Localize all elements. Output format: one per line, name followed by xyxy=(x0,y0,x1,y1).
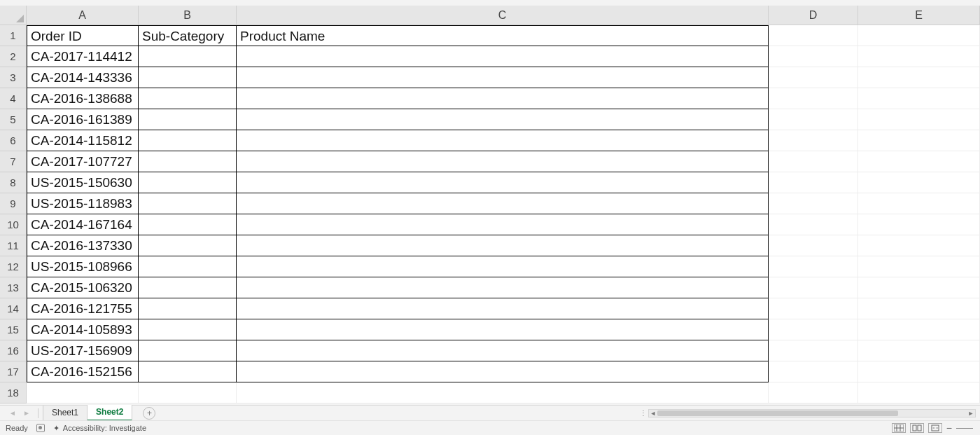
cell-D15[interactable] xyxy=(769,319,858,340)
cell-C13[interactable] xyxy=(237,277,769,298)
cell-D9[interactable] xyxy=(769,193,858,214)
cell-C16[interactable] xyxy=(237,340,769,361)
cell-A6[interactable]: CA-2014-115812 xyxy=(27,130,139,151)
cell-A11[interactable]: CA-2016-137330 xyxy=(27,235,139,256)
select-all-corner[interactable] xyxy=(0,6,27,25)
cell-C17[interactable] xyxy=(237,361,769,382)
cell-B13[interactable] xyxy=(139,277,237,298)
cell-C1[interactable]: Product Name xyxy=(237,25,769,46)
cell-D10[interactable] xyxy=(769,214,858,235)
row-header-14[interactable]: 14 xyxy=(0,298,27,319)
cell-C5[interactable] xyxy=(237,109,769,130)
column-header-E[interactable]: E xyxy=(858,6,980,25)
cell-A5[interactable]: CA-2016-161389 xyxy=(27,109,139,130)
macro-recording-button[interactable] xyxy=(36,424,45,432)
cell-B8[interactable] xyxy=(139,172,237,193)
cell-A2[interactable]: CA-2017-114412 xyxy=(27,46,139,67)
normal-view-button[interactable] xyxy=(892,423,906,433)
cell-D11[interactable] xyxy=(769,235,858,256)
tab-split-handle-icon[interactable]: ⋮ xyxy=(640,410,644,417)
cell-E16[interactable] xyxy=(858,340,980,361)
cell-E5[interactable] xyxy=(858,109,980,130)
cell-A14[interactable]: CA-2016-121755 xyxy=(27,298,139,319)
cell-B10[interactable] xyxy=(139,214,237,235)
add-sheet-button[interactable]: + xyxy=(143,407,155,420)
row-header-2[interactable]: 2 xyxy=(0,46,27,67)
cell-A15[interactable]: CA-2014-105893 xyxy=(27,319,139,340)
cell-C2[interactable] xyxy=(237,46,769,67)
cell-C3[interactable] xyxy=(237,67,769,88)
row-header-1[interactable]: 1 xyxy=(0,25,27,46)
cell-E3[interactable] xyxy=(858,67,980,88)
cell-B7[interactable] xyxy=(139,151,237,172)
cell-A4[interactable]: CA-2016-138688 xyxy=(27,88,139,109)
scrollbar-thumb[interactable] xyxy=(657,410,898,416)
cell-C14[interactable] xyxy=(237,298,769,319)
cell-D4[interactable] xyxy=(769,88,858,109)
cell-D18[interactable] xyxy=(769,382,858,403)
cell-E13[interactable] xyxy=(858,277,980,298)
cell-C7[interactable] xyxy=(237,151,769,172)
cell-E9[interactable] xyxy=(858,193,980,214)
row-header-18[interactable]: 18 xyxy=(0,382,27,403)
cell-D8[interactable] xyxy=(769,172,858,193)
cell-E4[interactable] xyxy=(858,88,980,109)
row-header-16[interactable]: 16 xyxy=(0,340,27,361)
cell-D16[interactable] xyxy=(769,340,858,361)
sheet-tab-sheet2[interactable]: Sheet2 xyxy=(87,405,132,421)
cell-D14[interactable] xyxy=(769,298,858,319)
row-header-5[interactable]: 5 xyxy=(0,109,27,130)
row-header-4[interactable]: 4 xyxy=(0,88,27,109)
row-header-3[interactable]: 3 xyxy=(0,67,27,88)
cell-E18[interactable] xyxy=(858,382,980,403)
row-header-6[interactable]: 6 xyxy=(0,130,27,151)
row-header-15[interactable]: 15 xyxy=(0,319,27,340)
row-header-11[interactable]: 11 xyxy=(0,235,27,256)
column-header-B[interactable]: B xyxy=(139,6,237,25)
cell-B4[interactable] xyxy=(139,88,237,109)
cell-A10[interactable]: CA-2014-167164 xyxy=(27,214,139,235)
row-header-9[interactable]: 9 xyxy=(0,193,27,214)
cell-A8[interactable]: US-2015-150630 xyxy=(27,172,139,193)
cell-B5[interactable] xyxy=(139,109,237,130)
row-header-13[interactable]: 13 xyxy=(0,277,27,298)
cell-D13[interactable] xyxy=(769,277,858,298)
cell-E8[interactable] xyxy=(858,172,980,193)
cell-B3[interactable] xyxy=(139,67,237,88)
tab-scroll-right-icon[interactable]: ► xyxy=(22,408,31,418)
page-break-view-button[interactable] xyxy=(928,423,942,433)
cell-D3[interactable] xyxy=(769,67,858,88)
cell-B2[interactable] xyxy=(139,46,237,67)
cell-D2[interactable] xyxy=(769,46,858,67)
cell-C12[interactable] xyxy=(237,256,769,277)
row-header-7[interactable]: 7 xyxy=(0,151,27,172)
sheet-tab-sheet1[interactable]: Sheet1 xyxy=(43,406,88,421)
cell-E14[interactable] xyxy=(858,298,980,319)
cell-A9[interactable]: US-2015-118983 xyxy=(27,193,139,214)
cell-A16[interactable]: US-2017-156909 xyxy=(27,340,139,361)
column-header-A[interactable]: A xyxy=(27,6,139,25)
horizontal-scrollbar[interactable]: ⋮ ◄ ► xyxy=(640,406,976,420)
row-header-17[interactable]: 17 xyxy=(0,361,27,382)
cell-D5[interactable] xyxy=(769,109,858,130)
tab-scroll-left-icon[interactable]: ◄ xyxy=(8,408,18,418)
cell-E1[interactable] xyxy=(858,25,980,46)
scroll-right-arrow-icon[interactable]: ► xyxy=(967,409,975,417)
cell-E17[interactable] xyxy=(858,361,980,382)
cell-B9[interactable] xyxy=(139,193,237,214)
page-layout-view-button[interactable] xyxy=(910,423,924,433)
scroll-left-arrow-icon[interactable]: ◄ xyxy=(649,409,657,417)
cell-B6[interactable] xyxy=(139,130,237,151)
cell-D17[interactable] xyxy=(769,361,858,382)
cell-E10[interactable] xyxy=(858,214,980,235)
cell-B11[interactable] xyxy=(139,235,237,256)
cell-A17[interactable]: CA-2016-152156 xyxy=(27,361,139,382)
cell-A12[interactable]: US-2015-108966 xyxy=(27,256,139,277)
cell-B1[interactable]: Sub-Category xyxy=(139,25,237,46)
row-header-8[interactable]: 8 xyxy=(0,172,27,193)
cell-C18[interactable] xyxy=(237,382,769,403)
column-header-C[interactable]: C xyxy=(237,6,769,25)
scrollbar-track[interactable]: ◄ ► xyxy=(648,409,976,417)
column-header-D[interactable]: D xyxy=(769,6,858,25)
cell-E11[interactable] xyxy=(858,235,980,256)
